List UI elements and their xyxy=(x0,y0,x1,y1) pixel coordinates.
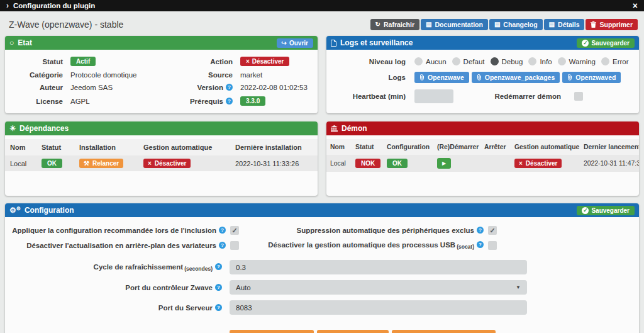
license-label: License xyxy=(5,98,63,105)
logs-panel-title: Logs et surveillance xyxy=(340,38,413,47)
changelog-button[interactable]: ▤ Changelog xyxy=(489,19,543,30)
restart-daemon-label: Redémarrer démon xyxy=(482,93,561,100)
book-icon: ▤ xyxy=(426,21,431,28)
log-openzwave-button[interactable]: Openzwave xyxy=(414,72,469,83)
radio-debug[interactable]: Debug xyxy=(491,57,523,65)
toolbar: ↻ Rafraichir ▤ Documentation ▤ Changelog… xyxy=(370,19,638,30)
cog-asterisk-icon: ✳ xyxy=(9,125,16,132)
daemon-status-badge: NOK xyxy=(355,159,380,168)
disable-usb-management-label: Désactiver la gestion automatique des pr… xyxy=(268,241,484,250)
col-statut: Statut xyxy=(352,139,383,155)
zwave-port-label: Port du contrôleur Zwave? xyxy=(5,284,222,291)
documentation-button[interactable]: ▤ Documentation xyxy=(421,19,488,30)
source-label: Source xyxy=(177,71,233,79)
zwave-port-select[interactable]: Auto ▼ xyxy=(230,280,527,295)
refresh-button[interactable]: ↻ Rafraichir xyxy=(370,19,419,30)
x-icon: × xyxy=(246,58,250,65)
logs-label: Logs xyxy=(326,74,406,81)
configuration-modules-button[interactable]: ↻ Configuration des modules xyxy=(392,330,496,333)
paperclip-icon xyxy=(419,74,425,81)
configuration-panel-header: ⚙⚙ Configuration ✓ Sauvegarder xyxy=(5,203,639,217)
configuration-fields: Appliquer la configuration recommandée l… xyxy=(5,217,639,333)
open-label: Ouvrir xyxy=(289,40,308,47)
logs-panel: Logs et surveillance ✓ Sauvegarder Nivea… xyxy=(326,36,639,113)
relaunch-dependencies-button[interactable]: ⚒Relancer xyxy=(79,159,123,168)
demon-table: Nom Statut Configuration (Re)Démarrer Ar… xyxy=(326,139,639,172)
disable-plugin-button[interactable]: ×Désactiver xyxy=(240,57,289,66)
auto-remove-excluded-checkbox[interactable]: ✓ xyxy=(488,226,497,235)
book-icon: ▤ xyxy=(494,21,500,28)
disable-auto-install-button[interactable]: ×Désactiver xyxy=(143,159,191,168)
log-openzwaved-button[interactable]: Openzwaved xyxy=(562,72,621,83)
open-button[interactable]: ↪ Ouvrir xyxy=(277,38,313,48)
radio-defaut[interactable]: Defaut xyxy=(452,57,485,65)
radio-warning[interactable]: Warning xyxy=(558,57,596,65)
close-icon[interactable]: × xyxy=(633,1,638,10)
save-label: Sauvegarder xyxy=(591,207,630,214)
start-daemon-button[interactable]: ▶ xyxy=(437,158,451,169)
auteur-value: Jeedom SAS xyxy=(70,84,170,91)
col-gestion-automatique: Gestion automatique xyxy=(511,139,580,155)
col-configuration: Configuration xyxy=(383,139,433,155)
disable-dimmer-refresh-checkbox[interactable]: ✓ xyxy=(230,241,239,250)
col-gestion-automatique: Gestion automatique xyxy=(138,139,230,155)
auteur-label: Auteur xyxy=(5,84,63,91)
server-port-label: Port du Serveur? xyxy=(5,304,222,312)
refresh-icon: ↻ xyxy=(375,21,380,28)
bank-icon xyxy=(331,125,338,132)
radio-dot xyxy=(414,57,423,65)
help-icon[interactable]: ? xyxy=(477,241,484,248)
zwave-port-value: Auto xyxy=(236,284,251,291)
server-port-input[interactable] xyxy=(230,300,527,315)
share-arrow-icon: ↪ xyxy=(282,40,287,47)
cell-derniere-installation: 2022-10-31 11:33:26 xyxy=(230,155,318,171)
prerequis-badge: 3.3.0 xyxy=(240,96,265,106)
delete-button[interactable]: Supprimer xyxy=(586,19,638,30)
backups-openzwave-button[interactable]: Backups Openzwave xyxy=(230,330,314,333)
etat-panel-header: ○ Etat ↪ Ouvrir xyxy=(5,36,318,50)
help-icon[interactable]: ? xyxy=(219,227,226,234)
help-icon[interactable]: ? xyxy=(215,304,222,311)
details-button[interactable]: ▤ Détails xyxy=(544,19,585,30)
changelog-label: Changelog xyxy=(503,21,537,28)
apply-recommended-config-checkbox[interactable]: ✓ xyxy=(230,226,239,235)
save-configuration-button[interactable]: ✓ Sauvegarder xyxy=(577,206,635,215)
help-icon[interactable]: ? xyxy=(215,263,222,270)
help-icon[interactable]: ? xyxy=(215,284,222,291)
radio-info[interactable]: Info xyxy=(528,57,552,65)
table-header-row: Nom Statut Installation Gestion automati… xyxy=(5,139,318,155)
cycle-input[interactable] xyxy=(230,260,527,274)
disable-usb-management-checkbox[interactable]: ✓ xyxy=(488,241,497,250)
book-icon: ▤ xyxy=(549,21,555,28)
help-icon[interactable]: ? xyxy=(477,227,484,234)
wrench-icon: ⚒ xyxy=(84,161,89,167)
disable-auto-daemon-button[interactable]: ×Désactiver xyxy=(514,159,562,168)
heartbeat-input[interactable] xyxy=(414,89,453,103)
col-derniere-installation: Dernière installation xyxy=(230,139,318,155)
col-statut: Statut xyxy=(36,139,74,155)
help-icon[interactable]: ? xyxy=(219,242,226,249)
details-label: Détails xyxy=(558,21,579,28)
action-label: Action xyxy=(177,58,233,65)
radio-dot xyxy=(558,57,566,65)
radio-dot xyxy=(601,57,609,65)
license-value: AGPL xyxy=(70,98,170,105)
help-icon[interactable]: ? xyxy=(226,98,233,104)
col-arreter: Arrêter xyxy=(480,139,511,155)
save-logs-button[interactable]: ✓ Sauvegarder xyxy=(577,38,635,48)
version-label: Version? xyxy=(177,84,233,91)
radio-error[interactable]: Error xyxy=(601,57,629,65)
disable-dimmer-refresh-label: Désactiver l'actualisation en arrière-pl… xyxy=(26,242,226,249)
cell-dernier-lancement: 2022-10-31 11:47:30 xyxy=(580,155,639,172)
row-2: ✳ Dépendances Nom Statut Installation Ge… xyxy=(0,121,644,196)
radio-aucun[interactable]: Aucun xyxy=(414,57,447,65)
trash-icon xyxy=(591,21,596,28)
help-icon[interactable]: ? xyxy=(226,84,233,91)
radio-dot xyxy=(491,57,499,65)
chevron-right-icon: › xyxy=(6,2,9,9)
log-openzwave-packages-button[interactable]: Openzwave_packages xyxy=(472,72,560,83)
logs-panel-header: Logs et surveillance ✓ Sauvegarder xyxy=(326,36,639,50)
backups-reseau-button[interactable]: ⇄ Backups Réseau xyxy=(317,330,388,333)
restart-daemon-checkbox[interactable]: ✓ xyxy=(574,92,583,101)
dependency-status-badge: OK xyxy=(42,159,62,168)
